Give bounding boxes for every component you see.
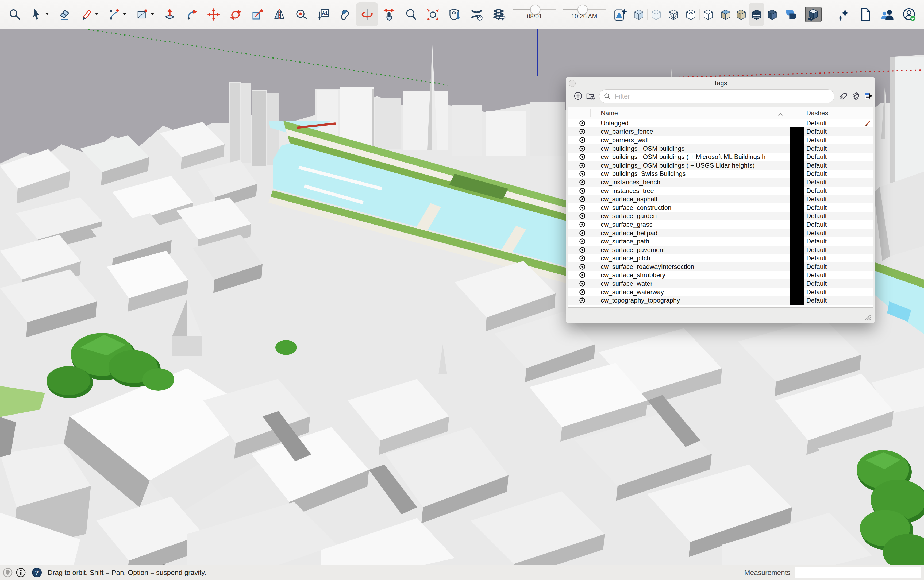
help-icon[interactable]: ? [32,567,42,578]
arcs-dropdown-caret[interactable] [122,12,127,17]
scale-button[interactable] [246,2,269,27]
style-shaded-button[interactable] [718,2,733,27]
rename-pencil-icon[interactable] [865,120,871,127]
tag-row[interactable]: cw_surface_waterway Default [568,288,873,297]
shadow-time-slider[interactable]: 10:26 AM [559,2,609,27]
visibility-eye-icon[interactable] [579,162,586,169]
visibility-eye-icon[interactable] [579,128,586,135]
visibility-eye-icon[interactable] [579,204,586,211]
visibility-eye-icon[interactable] [579,289,586,296]
visibility-eye-icon[interactable] [579,137,586,143]
style-wireframe-button[interactable] [666,2,681,27]
tag-row[interactable]: cw_instances_bench Default [568,178,873,186]
tag-row[interactable]: cw_surface_helipad Default [568,229,873,237]
visibility-eye-icon[interactable] [579,120,586,127]
geolocation-icon[interactable] [3,567,13,578]
visibility-eye-icon[interactable] [579,230,586,237]
tag-dashes-value[interactable]: Default [806,128,827,135]
tag-row[interactable]: cw_surface_water Default [568,279,873,288]
tag-row[interactable]: cw_surface_shrubbery Default [568,271,873,280]
date-slider-knob[interactable] [530,5,540,15]
tag-row[interactable]: Untagged Default [568,119,873,127]
new-document-button[interactable] [855,2,876,27]
tag-row[interactable]: cw_barriers_wall Default [568,136,873,144]
line-dropdown-caret[interactable] [95,12,99,17]
tag-row[interactable]: cw_surface_asphalt Default [568,195,873,203]
tag-dashes-value[interactable]: Default [806,204,827,211]
tag-dashes-value[interactable]: Default [806,288,827,296]
visibility-eye-icon[interactable] [579,246,586,254]
select-dropdown-caret[interactable] [45,12,49,17]
add-tag-button[interactable] [572,90,584,102]
tag-dashes-value[interactable]: Default [806,153,827,161]
tag-dashes-value[interactable]: Default [806,246,827,254]
tag-row[interactable]: cw_buildings_ OSM buildings ( + Microsof… [568,153,873,161]
visibility-eye-icon[interactable] [579,297,586,304]
visibility-eye-icon[interactable] [579,179,586,186]
swap-tool-button[interactable] [466,2,488,27]
tag-dashes-value[interactable]: Default [806,263,827,270]
tag-dashes-value[interactable]: Default [806,195,827,203]
info-icon[interactable] [16,567,26,578]
tag-dashes-value[interactable]: Default [806,271,827,279]
tag-row[interactable]: cw_surface_pitch Default [568,254,873,263]
tag-row[interactable]: cw_buildings_ OSM buildings ( + USGS Lid… [568,161,873,170]
zoom-button[interactable] [400,2,422,27]
paint-bucket-button[interactable] [334,2,356,27]
shadow-date-slider[interactable]: 08/01 [510,2,559,27]
tag-dashes-value[interactable]: Default [806,221,827,228]
tag-dashes-value[interactable]: Default [806,145,827,152]
tag-dashes-value[interactable]: Default [806,280,827,287]
visibility-eye-icon[interactable] [579,272,586,278]
tag-dashes-value[interactable]: Default [806,212,827,220]
style-back-edges-button[interactable] [648,2,664,27]
tag-dashes-value[interactable]: Default [806,229,827,237]
measurements-input[interactable] [795,567,921,578]
style-xray-button[interactable] [631,2,647,27]
visibility-eye-icon[interactable] [579,255,586,262]
share-users-button[interactable] [876,2,898,27]
style-monochrome-button[interactable] [749,3,764,26]
panel-resize-grip[interactable] [863,313,872,321]
geolocation-style-button[interactable] [609,2,631,27]
tag-filter-field[interactable] [599,89,835,103]
visibility-eye-icon[interactable] [579,280,586,287]
push-pull-button[interactable] [159,2,181,27]
pan-button[interactable] [378,2,400,27]
style-hidden-line-detail-button[interactable] [683,2,699,27]
visibility-eye-icon[interactable] [579,196,586,203]
visibility-eye-icon[interactable] [579,238,586,245]
tag-row[interactable]: cw_surface_path Default [568,237,873,246]
scene-shadows-toggle-button[interactable] [805,7,822,22]
visibility-eye-icon[interactable] [579,170,586,177]
zoom-tool-button[interactable] [4,2,26,27]
follow-me-button[interactable] [181,2,203,27]
overlays-button[interactable] [780,2,802,27]
column-header-dashes[interactable]: Dashes [806,109,828,117]
move-button[interactable] [203,2,224,27]
tags-stack-button[interactable] [850,90,862,102]
tag-dashes-value[interactable]: Default [806,178,827,186]
tag-row[interactable]: cw_barriers_fence Default [568,127,873,136]
tag-dashes-value[interactable]: Default [806,136,827,144]
text-tool-button[interactable]: A1 [312,2,334,27]
tag-dashes-value[interactable]: Default [806,119,827,127]
tape-measure-button[interactable] [290,2,312,27]
date-slider-track[interactable] [513,8,556,10]
tag-filter-input[interactable] [614,92,830,101]
shapes-dropdown-caret[interactable] [150,12,155,17]
tag-row[interactable]: cw_buildings_Swiss Buildings Default [568,170,873,178]
sort-ascending-icon[interactable] [777,110,784,118]
arcs-button[interactable] [103,2,131,27]
tag-dashes-value[interactable]: Default [806,187,827,194]
column-header-name[interactable]: Name [601,109,618,117]
panel-details-button[interactable] [863,90,875,102]
style-hidden-line-button[interactable] [701,2,716,27]
visibility-eye-icon[interactable] [579,145,586,152]
tag-dashes-value[interactable]: Default [806,162,827,169]
visibility-eye-icon[interactable] [579,187,586,194]
time-slider-track[interactable] [563,8,606,10]
add-tag-folder-button[interactable] [584,90,596,102]
visibility-eye-icon[interactable] [579,263,586,270]
time-slider-knob[interactable] [578,5,587,15]
